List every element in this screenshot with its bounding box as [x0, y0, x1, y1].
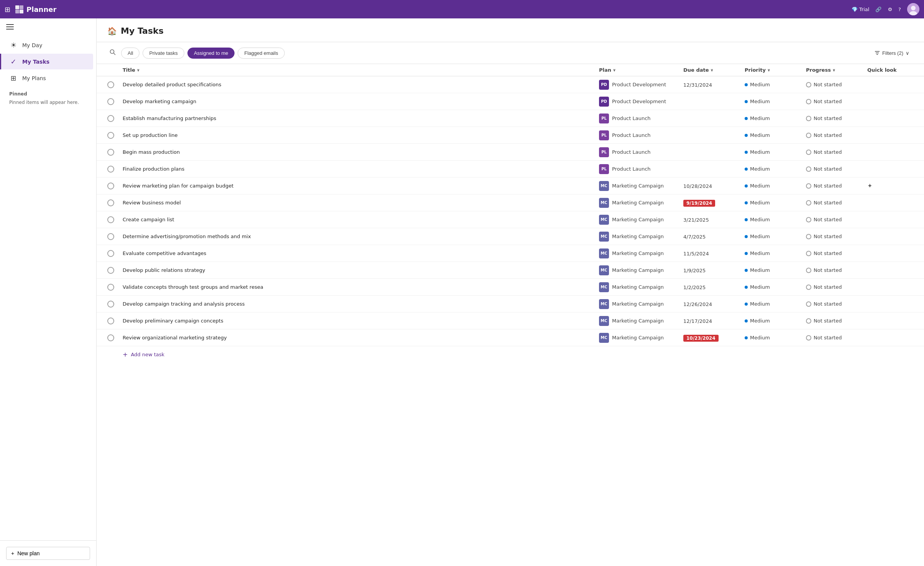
sidebar-item-my-tasks[interactable]: ✓ My Tasks [0, 54, 93, 69]
progress-cell: Not started [806, 149, 867, 155]
col-title[interactable]: Title ∨ [123, 67, 599, 73]
sidebar-collapse-button[interactable] [0, 18, 96, 36]
task-checkbox[interactable] [107, 318, 114, 324]
priority-value: Medium [750, 82, 770, 87]
priority-value: Medium [750, 267, 770, 273]
plan-icon: MC [599, 215, 609, 225]
col-quick-look-label: Quick look [867, 67, 897, 73]
progress-value: Not started [814, 284, 842, 290]
progress-circle [806, 285, 811, 290]
priority-cell: Medium [745, 234, 806, 239]
quick-look-cell[interactable]: ✦ [867, 182, 913, 189]
svg-rect-3 [20, 10, 23, 13]
sidebar-item-label-my-tasks: My Tasks [22, 59, 49, 65]
task-table: Title ∨ Plan ∨ Due date ∨ Priority ∨ Pro… [97, 64, 924, 566]
task-checkbox[interactable] [107, 233, 114, 240]
task-checkbox[interactable] [107, 115, 114, 122]
due-date-cell: 10/23/2024 [683, 335, 745, 341]
priority-cell: Medium [745, 99, 806, 104]
svg-rect-1 [20, 5, 23, 9]
search-icon [110, 49, 116, 55]
priority-value: Medium [750, 234, 770, 239]
col-progress[interactable]: Progress ∨ [806, 67, 867, 73]
avatar[interactable] [907, 3, 919, 15]
due-date-value: 10/28/2024 [683, 183, 712, 189]
sidebar-nav: ☀ My Day ✓ My Tasks ⊞ My Plans Pinned Pi… [0, 36, 96, 540]
col-progress-label: Progress [806, 67, 831, 73]
task-checkbox[interactable] [107, 267, 114, 274]
tab-private-tasks[interactable]: Private tasks [143, 48, 184, 59]
filters-chevron-icon: ∨ [906, 50, 909, 56]
task-title-text: Review marketing plan for campaign budge… [123, 183, 233, 189]
sidebar-item-label-my-plans: My Plans [22, 75, 46, 81]
new-plan-label: New plan [17, 550, 39, 556]
progress-circle [806, 166, 811, 172]
task-check-cell [107, 98, 123, 105]
task-checkbox[interactable] [107, 98, 114, 105]
task-checkbox[interactable] [107, 183, 114, 189]
sidebar-item-my-plans[interactable]: ⊞ My Plans [3, 70, 93, 86]
task-checkbox[interactable] [107, 216, 114, 223]
priority-cell: Medium [745, 284, 806, 290]
add-task-row[interactable]: + Add new task [97, 346, 924, 363]
col-due-date[interactable]: Due date ∨ [683, 67, 745, 73]
progress-cell: Not started [806, 335, 867, 341]
title-sort-icon: ∨ [137, 68, 140, 72]
task-checkbox[interactable] [107, 284, 114, 291]
app-name: Planner [26, 5, 56, 13]
progress-cell: Not started [806, 166, 867, 172]
col-quick-look: Quick look [867, 67, 913, 73]
priority-value: Medium [750, 115, 770, 121]
plan-icon: PL [599, 164, 609, 174]
filters-button[interactable]: Filters (2) ∨ [871, 48, 913, 58]
new-plan-button[interactable]: + New plan [6, 547, 90, 560]
due-date-cell: 12/31/2024 [683, 82, 745, 88]
trial-button[interactable]: 💎 Trial [852, 7, 870, 12]
progress-cell: Not started [806, 200, 867, 206]
col-priority[interactable]: Priority ∨ [745, 67, 806, 73]
task-checkbox[interactable] [107, 250, 114, 257]
progress-cell: Not started [806, 301, 867, 307]
settings-button[interactable]: ⚙ [888, 7, 892, 12]
app-logo: Planner [15, 5, 56, 13]
plan-badge: MC Marketing Campaign [599, 248, 683, 258]
task-checkbox[interactable] [107, 149, 114, 156]
plan-name: Marketing Campaign [612, 335, 664, 341]
share-button[interactable]: 🔗 [875, 7, 881, 12]
quick-look-icon[interactable]: ✦ [867, 182, 872, 189]
due-date-cell: 9/19/2024 [683, 200, 745, 206]
task-title-text: Create campaign list [123, 217, 174, 222]
tab-flagged-emails[interactable]: Flagged emails [238, 48, 284, 59]
task-checkbox[interactable] [107, 81, 114, 88]
task-check-cell [107, 284, 123, 291]
tab-all[interactable]: All [121, 48, 140, 59]
priority-dot [745, 184, 748, 188]
topbar-right: 💎 Trial 🔗 ⚙ ? [852, 3, 919, 15]
task-checkbox[interactable] [107, 166, 114, 173]
priority-value: Medium [750, 166, 770, 172]
sidebar-item-my-day[interactable]: ☀ My Day [3, 37, 93, 53]
search-button[interactable] [107, 47, 118, 59]
task-checkbox[interactable] [107, 301, 114, 308]
col-plan[interactable]: Plan ∨ [599, 67, 683, 73]
task-checkbox[interactable] [107, 334, 114, 341]
plan-badge: MC Marketing Campaign [599, 232, 683, 242]
progress-cell: Not started [806, 234, 867, 239]
task-checkbox[interactable] [107, 199, 114, 206]
sidebar: ☀ My Day ✓ My Tasks ⊞ My Plans Pinned Pi… [0, 18, 97, 566]
task-checkbox[interactable] [107, 132, 114, 139]
waffle-icon[interactable]: ⊞ [5, 5, 10, 13]
help-button[interactable]: ? [898, 7, 901, 12]
plan-badge: MC Marketing Campaign [599, 316, 683, 326]
task-title-cell: Begin mass production [123, 145, 599, 159]
topbar: ⊞ Planner 💎 Trial 🔗 ⚙ ? [0, 0, 924, 18]
task-title-text: Review business model [123, 200, 181, 206]
progress-cell: Not started [806, 217, 867, 222]
my-day-icon: ☀ [9, 41, 18, 49]
task-title-cell: Evaluate competitive advantages [123, 247, 599, 260]
task-title-text: Begin mass production [123, 149, 180, 155]
progress-cell: Not started [806, 132, 867, 138]
plan-icon: MC [599, 181, 609, 191]
tab-assigned-to-me[interactable]: Assigned to me [187, 48, 235, 59]
progress-value: Not started [814, 115, 842, 121]
